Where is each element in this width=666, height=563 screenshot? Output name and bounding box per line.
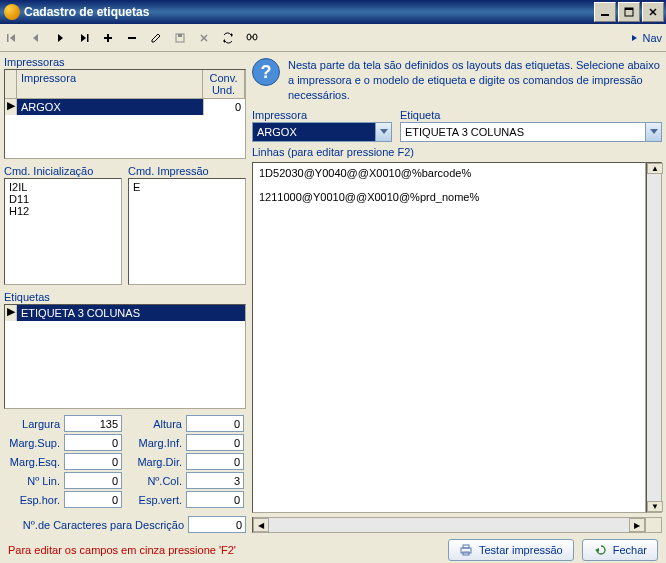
- impressora-combo[interactable]: ARGOX: [252, 122, 392, 142]
- maximize-button[interactable]: [618, 2, 640, 22]
- svg-marker-19: [231, 33, 233, 37]
- first-record-button[interactable]: [4, 28, 20, 48]
- svg-rect-9: [87, 34, 89, 42]
- input-marginf[interactable]: [186, 434, 244, 451]
- label-esphor: Esp.hor.: [4, 494, 60, 506]
- label-nlin: Nº Lin.: [4, 475, 60, 487]
- impressoras-row[interactable]: ▶ ARGOX 0: [5, 99, 245, 115]
- toolbar: Nav: [0, 24, 666, 52]
- svg-marker-6: [10, 34, 15, 42]
- cancel-record-button[interactable]: [196, 28, 212, 48]
- nav-label: Nav: [642, 32, 662, 44]
- label-ncol: Nº.Col.: [126, 475, 182, 487]
- test-print-label: Testar impressão: [479, 544, 563, 556]
- input-desc-chars[interactable]: [188, 516, 246, 533]
- col-conv-und: Conv. Und.: [203, 70, 245, 99]
- input-margsup[interactable]: [64, 434, 122, 451]
- scroll-left-icon[interactable]: ◀: [253, 518, 269, 532]
- dimensions-form: Largura Altura Marg.Sup. Marg.Inf. Marg.…: [4, 415, 246, 508]
- etiquetas-label: Etiquetas: [4, 291, 246, 303]
- etiquetas-row[interactable]: ▶ ETIQUETA 3 COLUNAS: [5, 305, 245, 321]
- next-record-button[interactable]: [52, 28, 68, 48]
- col-impressora: Impressora: [17, 70, 203, 99]
- impressora-name: ARGOX: [17, 99, 203, 115]
- svg-marker-26: [650, 129, 658, 134]
- impressora-conv: 0: [203, 99, 245, 115]
- etiqueta-name: ETIQUETA 3 COLUNAS: [17, 305, 245, 321]
- last-record-button[interactable]: [76, 28, 92, 48]
- app-icon: [4, 4, 20, 20]
- input-espvert[interactable]: [186, 491, 244, 508]
- label-margesq: Marg.Esq.: [4, 456, 60, 468]
- svg-marker-8: [58, 34, 63, 42]
- svg-rect-13: [128, 37, 136, 39]
- refresh-button[interactable]: [220, 28, 236, 48]
- svg-marker-20: [223, 39, 225, 43]
- window-title: Cadastro de etiquetas: [24, 5, 594, 19]
- help-panel: ? Nesta parte da tela são definidos os l…: [252, 56, 662, 105]
- impressoras-label: Impressoras: [4, 56, 246, 68]
- footer-hint: Para editar os campos em cinza pressione…: [8, 544, 236, 556]
- input-margdir[interactable]: [186, 453, 244, 470]
- nav-button[interactable]: Nav: [630, 32, 662, 44]
- svg-marker-25: [380, 129, 388, 134]
- scroll-up-icon[interactable]: ▲: [647, 163, 663, 174]
- printer-icon: [459, 543, 473, 557]
- svg-rect-16: [178, 34, 182, 37]
- svg-rect-0: [601, 14, 609, 16]
- input-altura[interactable]: [186, 415, 244, 432]
- cmd-init-label: Cmd. Inicialização: [4, 165, 122, 177]
- prev-record-button[interactable]: [28, 28, 44, 48]
- close-button[interactable]: [642, 2, 664, 22]
- close-label: Fechar: [613, 544, 647, 556]
- svg-rect-28: [463, 545, 469, 548]
- scrollbar-vertical[interactable]: ▲ ▼: [646, 162, 662, 513]
- etiquetas-grid[interactable]: ▶ ETIQUETA 3 COLUNAS: [4, 304, 246, 409]
- cmd-impr-label: Cmd. Impressão: [128, 165, 246, 177]
- search-button[interactable]: [244, 28, 260, 48]
- chevron-down-icon[interactable]: [645, 123, 661, 141]
- svg-rect-12: [104, 37, 112, 39]
- svg-marker-7: [33, 34, 38, 42]
- input-margesq[interactable]: [64, 453, 122, 470]
- back-arrow-icon: [593, 544, 607, 556]
- label-espvert: Esp.vert.: [126, 494, 182, 506]
- save-record-button[interactable]: [172, 28, 188, 48]
- svg-point-22: [253, 34, 257, 40]
- edit-record-button[interactable]: [148, 28, 164, 48]
- input-largura[interactable]: [64, 415, 122, 432]
- footer: Para editar os campos em cinza pressione…: [0, 537, 666, 563]
- etiqueta-combo[interactable]: ETIQUETA 3 COLUNAS: [400, 122, 662, 142]
- etiqueta-combo-label: Etiqueta: [400, 109, 662, 121]
- svg-marker-14: [152, 34, 160, 42]
- impressora-combo-label: Impressora: [252, 109, 392, 121]
- cmd-init-memo[interactable]: I2IL D11 H12: [4, 178, 122, 285]
- close-button-footer[interactable]: Fechar: [582, 539, 658, 561]
- svg-rect-5: [7, 34, 9, 42]
- label-marginf: Marg.Inf.: [126, 437, 182, 449]
- impressoras-grid[interactable]: Impressora Conv. Und. ▶ ARGOX 0: [4, 69, 246, 159]
- impressora-combo-value: ARGOX: [253, 123, 375, 141]
- chevron-down-icon[interactable]: [375, 123, 391, 141]
- svg-marker-10: [81, 34, 86, 42]
- svg-rect-2: [625, 8, 633, 10]
- input-nlin[interactable]: [64, 472, 122, 489]
- lines-label: Linhas (para editar pressione F2): [252, 146, 662, 158]
- scroll-right-icon[interactable]: ▶: [629, 518, 645, 532]
- test-print-button[interactable]: Testar impressão: [448, 539, 574, 561]
- label-margdir: Marg.Dir.: [126, 456, 182, 468]
- scrollbar-horizontal[interactable]: ◀ ▶: [252, 517, 662, 533]
- label-largura: Largura: [4, 418, 60, 430]
- label-desc-chars: Nº.de Caracteres para Descrição: [4, 519, 184, 531]
- scroll-down-icon[interactable]: ▼: [647, 501, 663, 512]
- minimize-button[interactable]: [594, 2, 616, 22]
- titlebar: Cadastro de etiquetas: [0, 0, 666, 24]
- etiqueta-combo-value: ETIQUETA 3 COLUNAS: [401, 123, 645, 141]
- input-esphor[interactable]: [64, 491, 122, 508]
- lines-editor[interactable]: 1D52030@Y0040@@X0010@%barcode% 1211000@Y…: [252, 162, 646, 513]
- input-ncol[interactable]: [186, 472, 244, 489]
- add-record-button[interactable]: [100, 28, 116, 48]
- delete-record-button[interactable]: [124, 28, 140, 48]
- help-icon: ?: [252, 58, 280, 86]
- cmd-impr-memo[interactable]: E: [128, 178, 246, 285]
